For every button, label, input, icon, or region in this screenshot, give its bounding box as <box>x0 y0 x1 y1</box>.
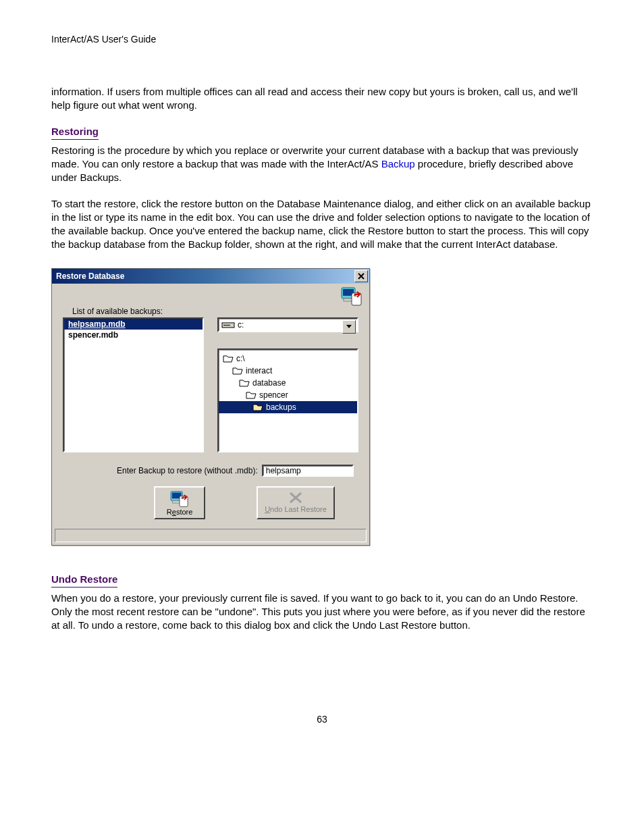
dialog-title: Restore Database <box>56 271 124 281</box>
tree-label: interact <box>246 366 272 375</box>
body-paragraph: To start the restore, click the restore … <box>51 197 593 252</box>
body-paragraph: When you do a restore, your previously c… <box>51 592 593 633</box>
chevron-down-icon <box>346 325 352 329</box>
body-paragraph: Restoring is the procedure by which you … <box>51 144 593 185</box>
tree-label: spencer <box>259 390 288 400</box>
svg-rect-6 <box>223 325 230 325</box>
titlebar: Restore Database <box>52 269 369 284</box>
backup-link[interactable]: Backup <box>381 158 415 170</box>
section-heading-undo-restore: Undo Restore <box>51 573 117 588</box>
section-heading-restoring: Restoring <box>51 125 99 140</box>
tree-label: backups <box>266 402 296 412</box>
tree-item[interactable]: interact <box>219 365 357 377</box>
folder-open-icon <box>223 354 234 363</box>
folder-tree[interactable]: c:\ interact database <box>217 348 358 452</box>
cancel-icon <box>288 490 304 505</box>
list-item[interactable]: helpsamp.mdb <box>64 319 203 330</box>
close-icon <box>358 273 365 280</box>
undo-last-restore-button[interactable]: Undo Last Restore <box>257 486 335 519</box>
restore-button[interactable]: Restore <box>154 486 205 519</box>
tree-item[interactable]: c:\ <box>219 353 357 365</box>
page-number: 63 <box>51 714 593 725</box>
backups-listbox[interactable]: helpsamp.mdb spencer.mdb <box>63 317 204 452</box>
drive-select[interactable]: c: <box>217 317 358 332</box>
folder-open-icon <box>239 378 250 388</box>
folder-open-icon <box>232 366 243 375</box>
restore-dialog-screenshot: Restore Database <box>51 268 593 546</box>
restore-database-dialog: Restore Database <box>51 268 370 546</box>
enter-backup-label: Enter Backup to restore (without .mdb): <box>117 466 258 475</box>
tree-item[interactable]: spencer <box>219 389 357 401</box>
folder-open-icon <box>252 402 263 412</box>
folder-open-icon <box>246 390 257 400</box>
page-header: InterAct/AS User's Guide <box>51 34 593 45</box>
tree-label: c:\ <box>236 354 245 363</box>
tree-item[interactable]: backups <box>219 401 357 413</box>
status-bar <box>55 529 367 542</box>
drive-label: c: <box>238 320 244 330</box>
list-item[interactable]: spencer.mdb <box>64 330 203 340</box>
backup-name-input[interactable] <box>262 465 354 477</box>
tree-item[interactable]: database <box>219 377 357 389</box>
undo-button-label: Undo Last Restore <box>265 505 327 513</box>
body-paragraph: information. If users from multiple offi… <box>51 85 593 113</box>
dropdown-button[interactable] <box>342 320 356 334</box>
tree-label: database <box>252 378 286 388</box>
drive-icon <box>221 321 235 329</box>
restore-icon <box>341 286 363 309</box>
close-button[interactable] <box>354 270 368 282</box>
list-label: List of available backups: <box>72 307 358 316</box>
restore-button-label: Restore <box>167 508 193 516</box>
restore-icon <box>170 490 189 508</box>
